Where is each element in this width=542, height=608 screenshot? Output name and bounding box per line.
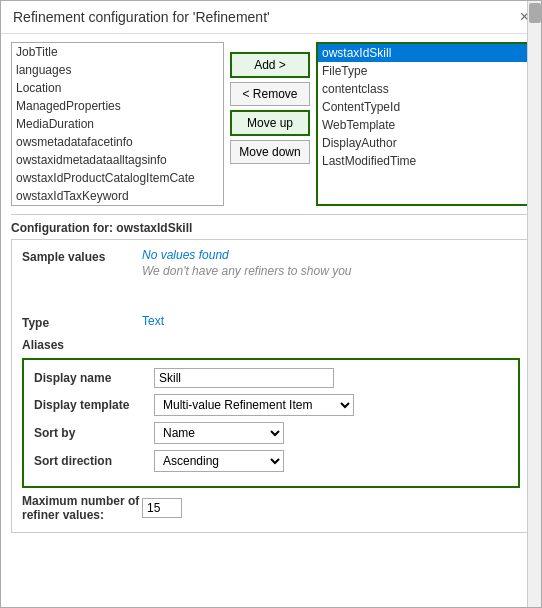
list-item[interactable]: ContentTypeId	[318, 98, 529, 116]
sample-values-text: No values found	[142, 248, 352, 262]
dialog-titlebar: Refinement configuration for 'Refinement…	[1, 1, 541, 34]
list-item[interactable]: languages	[12, 61, 223, 79]
list-item[interactable]: JobTitle	[12, 43, 223, 61]
dialog-title: Refinement configuration for 'Refinement…	[13, 9, 270, 25]
display-template-label: Display template	[34, 398, 154, 412]
display-template-select[interactable]: Multi-value Refinement Item	[154, 394, 354, 416]
list-item[interactable]: DisplayAuthor	[318, 134, 529, 152]
display-name-label: Display name	[34, 371, 154, 385]
max-refiner-label: Maximum number of refiner values:	[22, 494, 142, 522]
list-item[interactable]: Location	[12, 79, 223, 97]
list-item[interactable]: owsmetadatafacetinfo	[12, 133, 223, 151]
refinement-config-dialog: Refinement configuration for 'Refinement…	[0, 0, 542, 608]
sample-values-content: No values found We don't have any refine…	[142, 248, 352, 278]
move-down-button[interactable]: Move down	[230, 140, 310, 164]
sample-values-label: Sample values	[22, 248, 142, 264]
list-item[interactable]: MediaDuration	[12, 115, 223, 133]
left-list: JobTitle languages Location ManagedPrope…	[12, 43, 223, 206]
sample-values-row: Sample values No values found We don't h…	[22, 248, 520, 278]
right-list: owstaxIdSkill FileType contentclass Cont…	[318, 44, 529, 170]
list-item[interactable]: owstaxidmetadataalltagsinfo	[12, 151, 223, 169]
config-header: Configuration for: owstaxIdSkill	[11, 215, 531, 239]
right-list-panel[interactable]: owstaxIdSkill FileType contentclass Cont…	[316, 42, 531, 206]
remove-button[interactable]: < Remove	[230, 82, 310, 106]
list-item[interactable]: FileType	[318, 62, 529, 80]
sort-by-row: Sort by Name	[34, 422, 508, 444]
config-header-label: Configuration for:	[11, 221, 113, 235]
list-item[interactable]: ManagedProperties	[12, 97, 223, 115]
config-group-box: Display name Display template Multi-valu…	[22, 358, 520, 488]
add-button[interactable]: Add >	[230, 52, 310, 78]
list-item[interactable]: LastModifiedTime	[318, 152, 529, 170]
config-inner: Sample values No values found We don't h…	[11, 239, 531, 533]
aliases-label: Aliases	[22, 336, 142, 352]
top-section: JobTitle languages Location ManagedPrope…	[1, 34, 541, 214]
list-item[interactable]: owstaxIdSkill	[318, 44, 529, 62]
list-item[interactable]: WebTemplate	[318, 116, 529, 134]
type-value: Text	[142, 314, 164, 328]
scrollbar-thumb[interactable]	[529, 3, 541, 23]
type-label: Type	[22, 314, 142, 330]
type-row: Type Text	[22, 314, 520, 330]
max-refiner-row: Maximum number of refiner values:	[22, 494, 520, 522]
list-item[interactable]: owstaxIdTerms	[12, 205, 223, 206]
list-item[interactable]: owstaxIdTaxKeyword	[12, 187, 223, 205]
sample-sub-text: We don't have any refiners to show you	[142, 264, 352, 278]
display-name-row: Display name	[34, 368, 508, 388]
left-list-panel[interactable]: JobTitle languages Location ManagedPrope…	[11, 42, 224, 206]
sort-by-select[interactable]: Name	[154, 422, 284, 444]
max-refiner-input[interactable]	[142, 498, 182, 518]
sort-direction-select[interactable]: Ascending Descending	[154, 450, 284, 472]
aliases-row: Aliases	[22, 336, 520, 352]
move-up-button[interactable]: Move up	[230, 110, 310, 136]
sort-direction-row: Sort direction Ascending Descending	[34, 450, 508, 472]
config-header-value: owstaxIdSkill	[116, 221, 192, 235]
display-name-input[interactable]	[154, 368, 334, 388]
scrollbar[interactable]	[527, 1, 541, 607]
sort-by-label: Sort by	[34, 426, 154, 440]
sort-direction-label: Sort direction	[34, 454, 154, 468]
middle-buttons-panel: Add > < Remove Move up Move down	[230, 42, 310, 206]
display-template-row: Display template Multi-value Refinement …	[34, 394, 508, 416]
config-section: Configuration for: owstaxIdSkill Sample …	[11, 214, 531, 533]
list-item[interactable]: owstaxIdProductCatalogItemCate	[12, 169, 223, 187]
list-item[interactable]: contentclass	[318, 80, 529, 98]
